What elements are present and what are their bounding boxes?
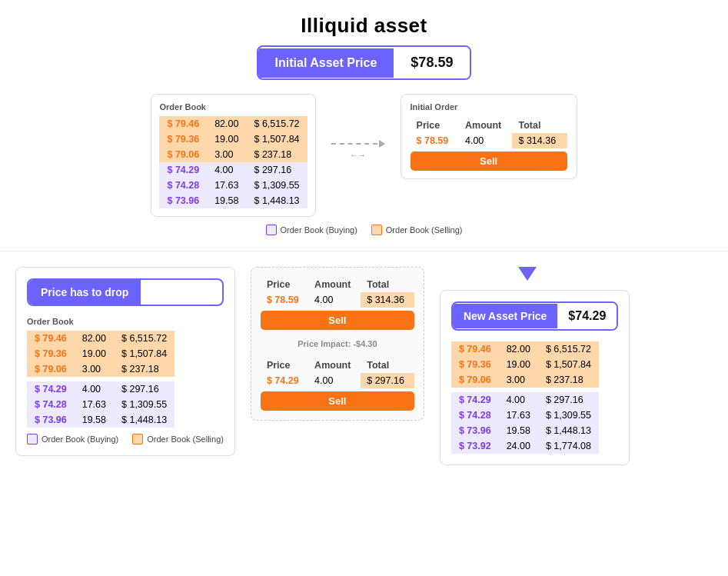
dashed-arrow <box>331 140 385 148</box>
price-drop-label: Price has to drop <box>28 280 141 305</box>
bo2-total: $ 297.16 <box>361 373 414 388</box>
ob-price: $ 73.96 <box>159 193 207 208</box>
bo1-total: $ 314.36 <box>361 292 414 308</box>
npb-amount: 19.58 <box>499 423 538 438</box>
npb-price: $ 73.92 <box>451 438 499 454</box>
ob-total: $ 237.18 <box>114 361 175 377</box>
ob-total: $ 1,309.55 <box>246 178 307 193</box>
npb-price: $ 74.29 <box>451 392 499 408</box>
initial-price-label: Initial Asset Price <box>258 48 394 78</box>
legend-buying-b: Order Book (Buying) <box>27 434 118 444</box>
npb-total: $ 1,507.84 <box>538 357 599 372</box>
ob-bottom-label: Order Book <box>27 317 224 326</box>
table-row: $ 73.96 19.58 $ 1,448.13 <box>159 193 307 208</box>
sell-button-bottom2[interactable]: Sell <box>261 391 414 411</box>
price-impact-label: Price Impact: -$4.30 <box>261 339 414 348</box>
io-price: $ 78.59 <box>411 133 459 148</box>
bo2-col-total: Total <box>361 358 414 373</box>
ob-price: $ 74.29 <box>159 162 207 178</box>
table-row: $ 79.36 19.00 $ 1,507.84 <box>27 346 175 361</box>
bottom-order1-table: Price Amount Total $ 78.59 4.00 $ 314.36 <box>261 277 414 308</box>
ob-total: $ 1,448.13 <box>114 412 175 428</box>
bo1-col-total: Total <box>361 277 414 292</box>
table-row: $ 73.96 19.58 $ 1,448.13 <box>27 412 175 428</box>
sell-button-top[interactable]: Sell <box>411 151 567 171</box>
price-drop-badge: Price has to drop <box>27 278 224 306</box>
table-row: $ 73.96 19.58 $ 1,448.13 <box>451 423 599 438</box>
legend-selling-label: Order Book (Selling) <box>386 225 463 235</box>
ob-bottom-table: $ 79.46 82.00 $ 6,515.72 $ 79.36 19.00 $… <box>27 331 175 428</box>
ob-total: $ 297.16 <box>246 162 307 178</box>
bo1-price: $ 78.59 <box>261 292 308 308</box>
ob-price: $ 73.96 <box>27 412 75 428</box>
table-row: $ 79.46 82.00 $ 6,515.72 <box>159 116 307 132</box>
io-col-total: Total <box>512 118 567 133</box>
npb-price: $ 79.36 <box>451 357 499 372</box>
ob-amount: 3.00 <box>75 361 114 377</box>
legend-buying-label-b: Order Book (Buying) <box>42 434 118 444</box>
table-row: $ 78.59 4.00 $ 314.36 <box>261 292 414 308</box>
npb-total: $ 237.18 <box>538 372 599 388</box>
ob-amount: 17.63 <box>207 178 246 193</box>
bo1-col-amount: Amount <box>308 277 361 292</box>
bo1-amount: 4.00 <box>308 292 361 308</box>
npb-amount: 82.00 <box>499 341 538 357</box>
order-book-top: Order Book $ 79.46 82.00 $ 6,515.72 $ 79… <box>151 94 315 217</box>
ob-total: $ 6,515.72 <box>114 331 175 346</box>
ob-price: $ 74.28 <box>159 178 207 193</box>
ob-total: $ 6,515.72 <box>246 116 307 132</box>
ob-top-table: $ 79.46 82.00 $ 6,515.72 $ 79.36 19.00 $… <box>159 116 307 208</box>
ob-price: $ 79.36 <box>27 346 75 361</box>
table-row: $ 74.29 4.00 $ 297.16 <box>27 381 175 397</box>
legend-selling-label-b: Order Book (Selling) <box>147 434 224 444</box>
npb-amount: 24.00 <box>499 438 538 454</box>
table-row: $ 74.29 4.00 $ 297.16 <box>159 162 307 178</box>
ob-price: $ 79.06 <box>27 361 75 377</box>
ob-price: $ 79.46 <box>159 116 207 132</box>
table-row: $ 78.59 4.00 $ 314.36 <box>411 133 567 148</box>
ob-price: $ 74.28 <box>27 397 75 412</box>
arrow-label: ←→ <box>351 151 366 159</box>
top-section: Initial Asset Price $78.59 Order Book $ … <box>0 45 728 243</box>
ob-total: $ 297.16 <box>114 381 175 397</box>
npb-total: $ 1,774.08 <box>538 438 599 454</box>
bottom-order2-table: Price Amount Total $ 74.29 4.00 $ 297.16 <box>261 358 414 388</box>
ob-amount: 17.63 <box>75 397 114 412</box>
bo2-price: $ 74.29 <box>261 373 308 388</box>
table-row: $ 74.29 4.00 $ 297.16 <box>261 373 414 388</box>
ob-total: $ 1,507.84 <box>114 346 175 361</box>
ob-price: $ 74.29 <box>27 381 75 397</box>
ob-total: $ 1,448.13 <box>246 193 307 208</box>
ob-amount: 82.00 <box>75 331 114 346</box>
ob-amount: 82.00 <box>207 116 246 132</box>
bottom-order2: Price Amount Total $ 74.29 4.00 $ 297.16 <box>261 358 414 411</box>
ob-total: $ 1,507.84 <box>246 132 307 147</box>
legend-top: Order Book (Buying) Order Book (Selling) <box>251 217 478 243</box>
arrow-head-right <box>379 140 385 148</box>
ob-amount: 3.00 <box>207 147 246 162</box>
ob-amount: 4.00 <box>207 162 246 178</box>
ob-price: $ 79.46 <box>27 331 75 346</box>
npb-total: $ 297.16 <box>538 392 599 408</box>
ob-price: $ 79.06 <box>159 147 207 162</box>
npb-price: $ 74.28 <box>451 408 499 423</box>
npb-total: $ 1,309.55 <box>538 408 599 423</box>
top-arrow-area: ←→ <box>331 94 385 159</box>
page-title: Illiquid asset <box>0 0 728 45</box>
bottom-order1: Price Amount Total $ 78.59 4.00 $ 314.36 <box>261 277 414 330</box>
table-row: $ 74.28 17.63 $ 1,309.55 <box>27 397 175 412</box>
initial-price-badge: Initial Asset Price $78.59 <box>257 45 472 80</box>
npb-amount: 3.00 <box>499 372 538 388</box>
npb-amount: 17.63 <box>499 408 538 423</box>
ob-amount: 19.58 <box>75 412 114 428</box>
ob-amount: 19.00 <box>75 346 114 361</box>
table-row: $ 74.28 17.63 $ 1,309.55 <box>159 178 307 193</box>
legend-selling-box <box>371 225 382 235</box>
ob-amount: 19.00 <box>207 132 246 147</box>
triangle-down-icon <box>518 267 537 281</box>
bottom-right-area: New Asset Price $74.29 $ 79.46 82.00 $ 6… <box>440 267 630 465</box>
ob-price: $ 79.36 <box>159 132 207 147</box>
ob-total: $ 1,309.55 <box>114 397 175 412</box>
sell-button-bottom1[interactable]: Sell <box>261 311 414 330</box>
new-price-book-table: $ 79.46 82.00 $ 6,515.72 $ 79.36 19.00 $… <box>451 341 599 454</box>
